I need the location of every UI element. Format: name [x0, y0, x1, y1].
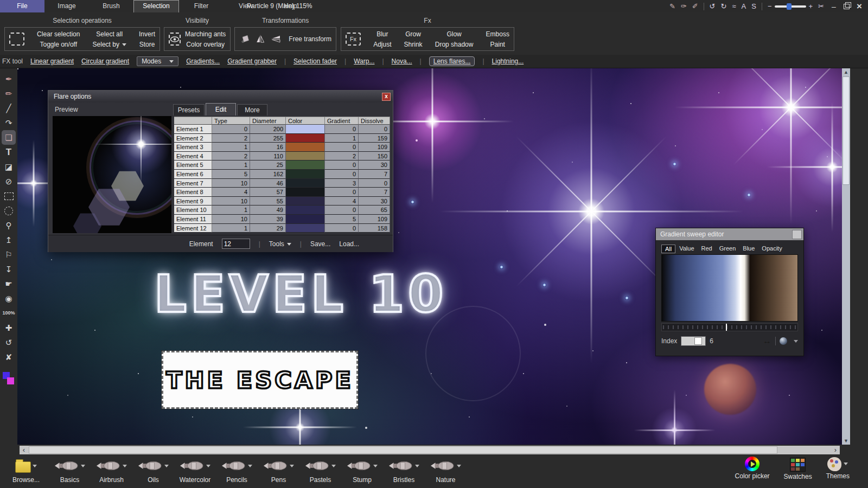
dropdown-caret-icon[interactable]	[415, 465, 419, 467]
gradient-cell[interactable]: 0	[325, 143, 359, 152]
line-tool[interactable]: ╱	[2, 101, 16, 115]
type-cell[interactable]: 2	[212, 152, 250, 161]
color-cell[interactable]	[286, 134, 325, 143]
rect-select-tool[interactable]	[2, 189, 16, 203]
dropdown-caret-icon[interactable]	[123, 465, 127, 467]
diameter-cell[interactable]: 46	[250, 179, 286, 188]
gradient-tick-strip[interactable]	[661, 323, 798, 331]
minimize-button[interactable]: –	[829, 2, 838, 11]
tab-value[interactable]: Value	[676, 245, 697, 253]
tack-tool[interactable]: ↧	[2, 262, 16, 277]
element-name-cell[interactable]: Element 12	[174, 224, 212, 233]
tab-red[interactable]: Red	[698, 245, 716, 253]
color-cell[interactable]	[286, 160, 325, 170]
color-cell[interactable]	[286, 179, 325, 188]
menu-filter[interactable]: Filter	[179, 0, 224, 12]
brush-category-pens[interactable]: Pens	[258, 457, 299, 484]
diameter-cell[interactable]: 110	[250, 152, 286, 161]
gradient-cell[interactable]: 0	[325, 206, 359, 215]
table-row[interactable]: Element 3 1 16 0 109	[174, 143, 390, 152]
element-name-cell[interactable]: Element 11	[174, 215, 212, 224]
brush-preset-icon-3[interactable]: ✐	[692, 2, 698, 10]
element-name-cell[interactable]: Element 8	[174, 188, 212, 197]
dropdown-caret-icon[interactable]	[164, 465, 169, 467]
dropdown-caret-icon[interactable]	[844, 463, 848, 465]
fx-icon[interactable]: Fx	[346, 33, 361, 46]
curve-tool[interactable]: ↷	[2, 115, 16, 130]
table-row[interactable]: Element 8 4 57 0 7	[174, 188, 390, 197]
gradient-grabber-link[interactable]: Gradient grabber	[227, 57, 277, 65]
drop-shadow-button[interactable]: Drop shadow	[435, 41, 474, 48]
diameter-cell[interactable]: 255	[250, 134, 286, 143]
themes-button[interactable]: Themes	[826, 457, 850, 480]
blur-button[interactable]: Blur	[373, 30, 391, 38]
modes-dropdown[interactable]: Modes	[137, 56, 178, 66]
text-tool[interactable]: T	[2, 145, 16, 159]
dissolve-cell[interactable]: 159	[359, 134, 390, 143]
gradient-cell[interactable]: 1	[325, 134, 359, 143]
menu-image[interactable]: Image	[44, 0, 89, 12]
flag-tool[interactable]: ⚐	[2, 247, 16, 262]
zoom-slider-thumb[interactable]	[787, 3, 792, 10]
gradient-cell[interactable]: 4	[325, 197, 359, 206]
gradient-cursor[interactable]	[726, 324, 727, 331]
gradient-cell[interactable]: 0	[325, 125, 359, 134]
circular-gradient-link[interactable]: Circular gradient	[81, 57, 129, 65]
dissolve-cell[interactable]: 158	[359, 224, 390, 233]
dissolve-cell[interactable]: 150	[359, 152, 390, 161]
table-row[interactable]: Element 12 1 29 0 158	[174, 224, 390, 233]
dissolve-cell[interactable]: 30	[359, 160, 390, 170]
glow-button[interactable]: Glow	[435, 30, 474, 38]
brush-category-bristles[interactable]: Bristles	[383, 457, 425, 484]
vertical-scrollbar[interactable]: ▲ ▼	[842, 68, 850, 445]
dropdown-caret-icon[interactable]	[248, 465, 252, 467]
store-button[interactable]: Store	[139, 41, 155, 48]
type-cell[interactable]: 2	[212, 134, 250, 143]
zoom-out-button[interactable]: −	[768, 2, 772, 10]
diameter-cell[interactable]: 16	[250, 143, 286, 152]
tab-edit[interactable]: Edit	[206, 103, 236, 115]
color-cell[interactable]	[286, 197, 325, 206]
table-row[interactable]: Element 1 0 200 0 0	[174, 125, 390, 134]
tab-more[interactable]: More	[237, 104, 267, 115]
type-cell[interactable]: 1	[212, 206, 250, 215]
horizontal-scrollbar[interactable]: ‹ ›	[20, 446, 840, 454]
menu-selection[interactable]: Selection	[133, 0, 179, 12]
lens-flares-link[interactable]: Lens flares...	[429, 56, 475, 66]
close-button[interactable]: ×	[855, 1, 864, 12]
element-name-cell[interactable]: Element 6	[174, 170, 212, 179]
zoom-in-button[interactable]: +	[809, 2, 813, 10]
redo-icon[interactable]: ↻	[721, 2, 727, 10]
color-cell[interactable]	[286, 215, 325, 224]
shear-icon[interactable]	[241, 33, 250, 46]
diameter-cell[interactable]: 39	[250, 215, 286, 224]
vertical-scroll-thumb[interactable]	[843, 76, 850, 185]
dropdown-caret-icon[interactable]	[457, 465, 461, 467]
clear-selection-button[interactable]: Clear selection	[37, 30, 80, 38]
color-overlay-button[interactable]: Color overlay	[185, 41, 226, 48]
table-row[interactable]: Element 9 10 55 4 30	[174, 197, 390, 206]
brush-preset-icon-1[interactable]: ✎	[669, 2, 675, 10]
gradient-cell[interactable]: 2	[325, 152, 359, 161]
brush-category-watercolor[interactable]: Watercolor	[174, 457, 216, 484]
type-cell[interactable]: 10	[212, 215, 250, 224]
invert-button[interactable]: Invert	[139, 30, 155, 38]
select-all-button[interactable]: Select all	[93, 30, 126, 38]
undo-tool[interactable]: ↺	[2, 335, 16, 350]
dropdown-caret-icon[interactable]	[33, 465, 37, 467]
chevron-down-icon[interactable]	[794, 340, 798, 343]
horizontal-scroll-thumb[interactable]	[29, 446, 777, 454]
warp-link[interactable]: Warp...	[354, 57, 374, 65]
brush-category-pastels[interactable]: Pastels	[299, 457, 341, 484]
type-cell[interactable]: 5	[212, 170, 250, 179]
flip-vertical-icon[interactable]	[271, 33, 281, 45]
dropdown-caret-icon[interactable]	[206, 465, 210, 467]
dissolve-cell[interactable]: 109	[359, 143, 390, 152]
gradient-cell[interactable]: 0	[325, 188, 359, 197]
warp-icon[interactable]: ≈	[732, 2, 736, 10]
shear-tool[interactable]: ◪	[2, 159, 16, 174]
hand-tool[interactable]: ☛	[2, 277, 16, 291]
diameter-cell[interactable]: 29	[250, 224, 286, 233]
element-name-cell[interactable]: Element 9	[174, 197, 212, 206]
table-row[interactable]: Element 2 2 255 1 159	[174, 134, 390, 143]
